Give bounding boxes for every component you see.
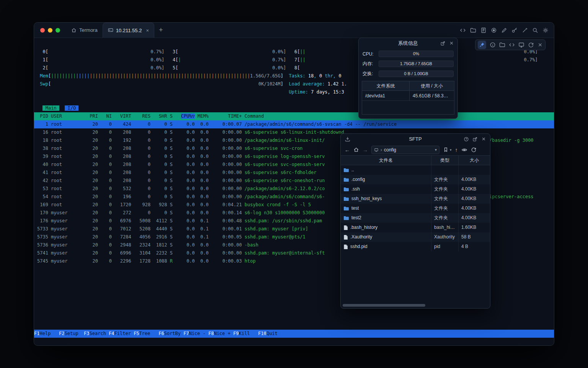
- fkey-label[interactable]: Kill: [239, 331, 258, 336]
- filename-column-header[interactable]: 文件名: [341, 156, 431, 165]
- log-icon[interactable]: [480, 27, 487, 33]
- settings-icon[interactable]: [542, 27, 549, 33]
- maximize-window-button[interactable]: [56, 28, 60, 33]
- sftp-file-row[interactable]: .XauthorityXauthority58 B: [341, 232, 490, 242]
- key-icon[interactable]: [511, 27, 518, 33]
- fkey-F5[interactable]: F5: [134, 331, 139, 336]
- fkey-F9[interactable]: F9: [233, 331, 238, 336]
- info-icon[interactable]: [490, 42, 496, 48]
- code-icon[interactable]: [509, 42, 515, 48]
- process-table-header[interactable]: PID USER PRI NI VIRT RES SHR S CPU%▽ MEM…: [34, 112, 554, 120]
- htop-tab-io[interactable]: I/O: [65, 105, 78, 111]
- edit-icon[interactable]: [501, 27, 507, 33]
- folder-icon[interactable]: [470, 27, 476, 33]
- close-icon[interactable]: [449, 41, 454, 46]
- sftp-file-row[interactable]: ssh_host_keys文件夹4.00KB: [341, 194, 490, 204]
- help-icon[interactable]: [464, 136, 469, 142]
- process-row[interactable]: 1 root 20 0 424 0 0 S 0.0 0.0 0:00.07 /p…: [34, 120, 554, 128]
- htop-tab-main[interactable]: Main: [42, 105, 59, 111]
- type-column-header[interactable]: 类型: [431, 156, 459, 165]
- fkey-F4[interactable]: F4: [109, 331, 114, 336]
- new-tab-button[interactable]: +: [159, 26, 163, 34]
- close-window-button[interactable]: [40, 28, 45, 33]
- file-name: .Xauthority: [350, 232, 372, 242]
- monitor-icon[interactable]: [518, 42, 524, 48]
- wand-icon[interactable]: [522, 27, 528, 33]
- sftp-titlebar[interactable]: SFTP: [341, 134, 490, 144]
- fkey-F1[interactable]: F1: [34, 331, 39, 336]
- minimize-window-button[interactable]: [48, 28, 52, 33]
- file-type: 文件夹: [431, 194, 459, 204]
- tab-session[interactable]: 10.211.55.2 ×: [103, 23, 154, 38]
- htop-header-sort-cpu: CPU%▽: [181, 113, 195, 119]
- fkey-F10[interactable]: F10: [258, 331, 266, 336]
- back-icon[interactable]: ←: [345, 147, 350, 153]
- home-icon[interactable]: [353, 147, 359, 153]
- file-name: ssh_host_keys: [351, 194, 382, 204]
- fkey-F8[interactable]: F8: [208, 331, 214, 336]
- filesystem-column-header[interactable]: 文件系统: [362, 81, 410, 90]
- fkey-F2[interactable]: F2: [59, 331, 64, 336]
- upload-icon[interactable]: ↑: [455, 147, 458, 153]
- fkey-F7[interactable]: F7: [183, 331, 189, 336]
- record-icon[interactable]: [491, 27, 497, 33]
- close-icon[interactable]: [481, 136, 486, 141]
- open-in-window-icon[interactable]: [440, 41, 446, 46]
- bookmark-icon[interactable]: [443, 147, 449, 153]
- traffic-lights: [40, 28, 60, 33]
- memory-progress-text: 1.75GB / 7.65GB: [379, 61, 453, 67]
- pin-icon[interactable]: [478, 41, 486, 49]
- sync-icon[interactable]: [528, 42, 534, 48]
- eye-icon[interactable]: [461, 147, 467, 153]
- terminal-line: 1[ 0.0%] 4[| 0.7%] 7[|| 0.7%]: [34, 56, 554, 64]
- disk-table-rows: /dev/vda145.61GB / 58.3…: [362, 91, 454, 101]
- sftp-file-row[interactable]: test文件夹4.00KB: [341, 204, 490, 213]
- breadcrumb-segment[interactable]: config: [384, 147, 396, 153]
- horizontal-scrollbar[interactable]: [343, 304, 425, 307]
- fkey-F6[interactable]: F6: [158, 331, 164, 336]
- sftp-file-row[interactable]: sshd.pidpid4 B: [341, 242, 490, 251]
- folder-icon: [343, 177, 349, 182]
- usage-column-header[interactable]: 使用 / 大小: [410, 81, 454, 90]
- disk-row[interactable]: /dev/vda145.61GB / 58.3…: [362, 91, 454, 101]
- close-icon[interactable]: [537, 42, 543, 48]
- sftp-table-header: 文件名 类型 大小: [341, 155, 490, 165]
- fkey-F3[interactable]: F3: [84, 331, 89, 336]
- fkey-label[interactable]: Help: [39, 331, 59, 336]
- titlebar: Termora 10.211.55.2 × +: [34, 23, 554, 38]
- forward-icon[interactable]: →: [363, 147, 368, 153]
- code-icon[interactable]: [460, 27, 466, 33]
- fkey-label[interactable]: Search: [90, 331, 109, 336]
- size-column-header[interactable]: 大小: [459, 156, 490, 165]
- file-type: 文件夹: [431, 184, 459, 194]
- file-type: bash_hi…: [431, 223, 459, 232]
- fkey-label[interactable]: Quit: [266, 331, 286, 336]
- sftp-file-row[interactable]: .bash_historybash_hi…1.60KB: [341, 223, 490, 232]
- fkey-label[interactable]: Setup: [64, 331, 84, 336]
- folder-icon: [343, 168, 349, 172]
- bookmark-caret-icon[interactable]: ▾: [450, 148, 452, 152]
- sftp-file-row[interactable]: .ssh文件夹4.00KB: [341, 184, 490, 194]
- tab-home[interactable]: Termora: [66, 23, 103, 38]
- fkey-label[interactable]: Nice -: [189, 331, 209, 336]
- tab-close-icon[interactable]: ×: [146, 28, 149, 33]
- search-icon[interactable]: [532, 27, 538, 33]
- terminal-icon: [108, 28, 113, 33]
- open-in-window-icon[interactable]: [472, 136, 478, 142]
- refresh-icon[interactable]: [471, 147, 477, 153]
- filesystem-table: 文件系统 使用 / 大小 /dev/vda145.61GB / 58.3…: [362, 81, 454, 115]
- path-breadcrumb[interactable]: › config ▾: [371, 146, 439, 154]
- folder-icon[interactable]: [499, 42, 505, 48]
- fkey-label[interactable]: SortBy: [164, 331, 184, 336]
- folder-icon: [343, 206, 349, 211]
- file-name: .ssh: [351, 184, 360, 194]
- sftp-file-row[interactable]: test2文件夹4.00KB: [341, 213, 490, 223]
- fkey-label[interactable]: Filter: [114, 331, 134, 336]
- file-name: .config: [351, 175, 365, 184]
- chevron-down-icon[interactable]: ▾: [435, 148, 437, 152]
- file-name: test2: [351, 213, 361, 223]
- sftp-file-row[interactable]: .config文件夹4.00KB: [341, 175, 490, 184]
- fkey-label[interactable]: Tree: [139, 331, 159, 336]
- fkey-label[interactable]: Nice +: [214, 331, 234, 336]
- sftp-file-row[interactable]: ..: [341, 165, 490, 175]
